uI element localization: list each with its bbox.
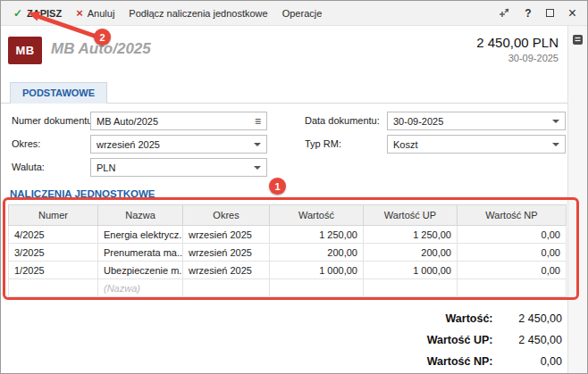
avatar: MB bbox=[8, 37, 42, 64]
number-scheme-icon[interactable]: ≡ bbox=[255, 116, 261, 127]
table-new-row[interactable]: (Nazwa) bbox=[9, 279, 567, 297]
cell-wartosc-np-empty[interactable] bbox=[458, 279, 567, 297]
column-header-okres[interactable]: Okres bbox=[183, 205, 270, 226]
document-number-value: MB Auto/2025 bbox=[97, 116, 158, 127]
total-wartosc-np: Wartość NP: 0,00 bbox=[427, 351, 562, 372]
total-wartosc-np-value: 0,00 bbox=[496, 351, 562, 372]
section-title: NALICZENIA JEDNOSTKOWE bbox=[10, 188, 155, 199]
annotation-badge-1: 1 bbox=[269, 178, 286, 195]
unit-charges-table: Numer Nazwa Okres Wartość Wartość UP War… bbox=[8, 204, 567, 297]
period-select[interactable]: wrzesień 2025 bbox=[90, 135, 267, 154]
cell-nazwa[interactable]: Energia elektrycz... bbox=[98, 226, 183, 244]
close-icon[interactable]: × bbox=[568, 6, 576, 21]
side-strip bbox=[567, 26, 587, 373]
total-wartosc-up-label: Wartość UP: bbox=[427, 334, 493, 346]
menu-operations-label: Operacje bbox=[282, 8, 323, 19]
document-date-value: 30-09-2025 bbox=[393, 116, 443, 127]
cancel-button-label: Anuluj bbox=[88, 8, 115, 19]
rm-type-label: Typ RM: bbox=[305, 135, 341, 154]
unit-charges-table-wrap: Numer Nazwa Okres Wartość Wartość UP War… bbox=[8, 204, 566, 297]
column-header-nazwa[interactable]: Nazwa bbox=[98, 205, 183, 226]
cell-okres[interactable]: wrzesień 2025 bbox=[183, 244, 270, 262]
cell-numer[interactable]: 3/2025 bbox=[9, 244, 98, 262]
cell-okres-empty[interactable] bbox=[183, 279, 270, 297]
table-row[interactable]: 1/2025 Ubezpieczenie m... wrzesień 2025 … bbox=[9, 262, 567, 279]
table-header-row: Numer Nazwa Okres Wartość Wartość UP War… bbox=[9, 205, 567, 226]
column-header-wartosc-up[interactable]: Wartość UP bbox=[364, 205, 458, 226]
period-value: wrzesień 2025 bbox=[97, 139, 160, 150]
chevron-down-icon bbox=[254, 166, 261, 170]
rm-type-select[interactable]: Koszt bbox=[387, 135, 566, 154]
menu-attach-unit-charges[interactable]: Podłącz naliczenia jednostkowe bbox=[122, 5, 274, 21]
toolbar: ✓ ZAPISZ × Anuluj Podłącz naliczenia jed… bbox=[1, 1, 587, 26]
cell-wartosc-up[interactable]: 200,00 bbox=[364, 244, 458, 262]
maximize-icon[interactable] bbox=[546, 9, 554, 17]
column-header-wartosc-np[interactable]: Wartość NP bbox=[458, 205, 567, 226]
cell-nazwa[interactable]: Prenumerata ma... bbox=[98, 244, 183, 262]
help-icon[interactable]: ? bbox=[525, 7, 531, 20]
column-header-wartosc[interactable]: Wartość bbox=[270, 205, 364, 226]
new-row-placeholder[interactable]: (Nazwa) bbox=[98, 279, 183, 297]
total-wartosc-up: Wartość UP: 2 450,00 bbox=[427, 329, 562, 351]
cell-wartosc-empty[interactable] bbox=[270, 279, 364, 297]
totals-block: Wartość: 2 450,00 Wartość UP: 2 450,00 W… bbox=[427, 308, 562, 372]
menu-attach-label: Podłącz naliczenia jednostkowe bbox=[129, 8, 267, 19]
currency-value: PLN bbox=[97, 162, 115, 173]
chevron-down-icon bbox=[552, 143, 559, 146]
total-wartosc-np-label: Wartość NP: bbox=[427, 355, 493, 368]
cell-wartosc[interactable]: 1 250,00 bbox=[270, 226, 364, 244]
save-button-label: ZAPISZ bbox=[27, 8, 62, 19]
total-wartosc-up-value: 2 450,00 bbox=[496, 329, 562, 351]
currency-label: Waluta: bbox=[12, 158, 45, 177]
cell-okres[interactable]: wrzesień 2025 bbox=[183, 226, 270, 244]
total-wartosc-label: Wartość: bbox=[446, 312, 493, 325]
table-row[interactable]: 4/2025 Energia elektrycz... wrzesień 202… bbox=[9, 226, 567, 244]
cell-wartosc-up[interactable]: 1 000,00 bbox=[364, 262, 458, 279]
cell-numer-empty[interactable] bbox=[9, 279, 98, 297]
cell-wartosc-up[interactable]: 1 250,00 bbox=[364, 226, 458, 244]
cell-wartosc-np[interactable]: 0,00 bbox=[458, 226, 567, 244]
total-wartosc: Wartość: 2 450,00 bbox=[427, 308, 562, 329]
chevron-down-icon bbox=[254, 143, 261, 146]
document-amount: 2 450,00 PLN bbox=[476, 35, 559, 50]
cell-numer[interactable]: 4/2025 bbox=[9, 226, 98, 244]
total-wartosc-value: 2 450,00 bbox=[496, 308, 562, 329]
cancel-button[interactable]: × Anuluj bbox=[69, 4, 122, 21]
column-header-numer[interactable]: Numer bbox=[9, 205, 98, 226]
cell-numer[interactable]: 1/2025 bbox=[9, 262, 98, 279]
currency-select[interactable]: PLN bbox=[90, 158, 267, 177]
document-date-select[interactable]: 30-09-2025 bbox=[387, 112, 566, 130]
cell-wartosc-up-empty[interactable] bbox=[364, 279, 458, 297]
cell-nazwa[interactable]: Ubezpieczenie m... bbox=[98, 262, 183, 279]
cell-wartosc-np[interactable]: 0,00 bbox=[458, 262, 567, 279]
tab-bar: PODSTAWOWE bbox=[1, 81, 567, 104]
table-row[interactable]: 3/2025 Prenumerata ma... wrzesień 2025 2… bbox=[9, 244, 567, 262]
document-date-label: Data dokumentu: bbox=[305, 112, 380, 130]
pin-add-icon[interactable] bbox=[498, 7, 510, 20]
cross-icon: × bbox=[76, 7, 83, 19]
document-window: ✓ ZAPISZ × Anuluj Podłącz naliczenia jed… bbox=[0, 0, 588, 374]
notes-icon[interactable] bbox=[572, 34, 584, 373]
document-number-input[interactable]: MB Auto/2025 ≡ bbox=[90, 112, 267, 130]
chevron-down-icon bbox=[552, 120, 559, 123]
document-date: 30-09-2025 bbox=[508, 53, 559, 63]
document-number-label: Numer dokumentu: bbox=[12, 112, 96, 130]
menu-operations[interactable]: Operacje bbox=[275, 5, 330, 21]
window-controls: ? × bbox=[498, 6, 582, 21]
save-button[interactable]: ✓ ZAPISZ bbox=[6, 4, 69, 22]
period-label: Okres: bbox=[12, 135, 40, 154]
tab-podstawowe[interactable]: PODSTAWOWE bbox=[10, 82, 107, 104]
cell-wartosc-np[interactable]: 0,00 bbox=[458, 244, 567, 262]
rm-type-value: Koszt bbox=[393, 139, 418, 150]
check-icon: ✓ bbox=[13, 7, 22, 20]
cell-wartosc[interactable]: 200,00 bbox=[270, 244, 364, 262]
cell-wartosc[interactable]: 1 000,00 bbox=[270, 262, 364, 279]
cell-okres[interactable]: wrzesień 2025 bbox=[183, 262, 270, 279]
annotation-badge-2: 2 bbox=[94, 29, 111, 46]
